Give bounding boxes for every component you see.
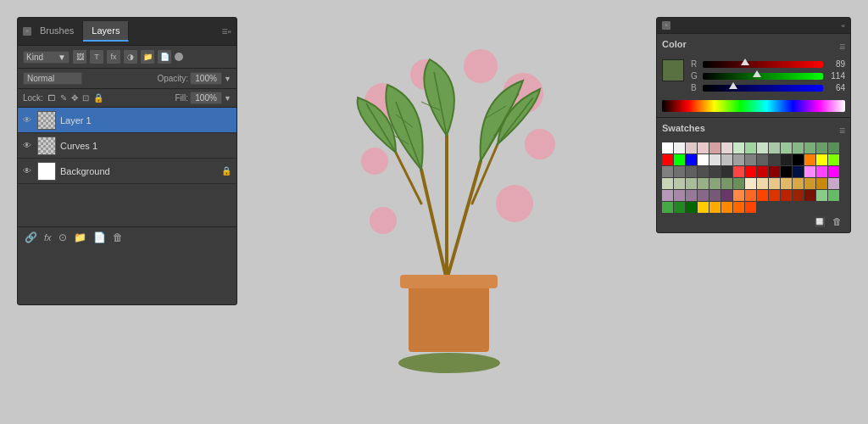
- swatch[interactable]: [721, 202, 732, 213]
- opacity-value[interactable]: 100%: [190, 72, 222, 85]
- swatch[interactable]: [804, 190, 815, 201]
- swatch[interactable]: [757, 142, 768, 153]
- swatch[interactable]: [698, 154, 709, 165]
- lock-transparency-icon[interactable]: ⧠: [47, 93, 56, 103]
- swatch[interactable]: [674, 178, 685, 189]
- swatch[interactable]: [686, 178, 697, 189]
- swatch[interactable]: [674, 190, 685, 201]
- swatch[interactable]: [769, 166, 780, 177]
- swatch[interactable]: [781, 154, 792, 165]
- swatch[interactable]: [662, 142, 673, 153]
- swatch[interactable]: [686, 166, 697, 177]
- swatch[interactable]: [804, 178, 815, 189]
- swatch[interactable]: [757, 190, 768, 201]
- kind-dropdown[interactable]: Kind ▼: [23, 51, 70, 64]
- swatch[interactable]: [745, 178, 756, 189]
- swatch[interactable]: [674, 166, 685, 177]
- blue-value[interactable]: 64: [826, 83, 845, 92]
- swatch[interactable]: [816, 166, 827, 177]
- swatch[interactable]: [709, 178, 721, 189]
- swatch[interactable]: [793, 142, 804, 153]
- swatch[interactable]: [662, 190, 673, 201]
- filter-circle-icon[interactable]: [175, 53, 183, 61]
- layer-item[interactable]: 👁 Layer 1: [18, 108, 236, 133]
- swatch[interactable]: [828, 190, 839, 201]
- tab-brushes[interactable]: Brushes: [31, 21, 83, 42]
- blue-slider[interactable]: [703, 85, 823, 92]
- swatch[interactable]: [781, 190, 792, 201]
- swatch[interactable]: [769, 154, 780, 165]
- lock-all-icon[interactable]: 🔒: [93, 93, 103, 103]
- swatch[interactable]: [816, 154, 827, 165]
- swatch[interactable]: [733, 154, 744, 165]
- swatch[interactable]: [745, 202, 756, 213]
- close-button[interactable]: ×: [23, 27, 31, 36]
- swatch[interactable]: [721, 190, 732, 201]
- active-color-swatch[interactable]: [662, 59, 684, 81]
- swatch[interactable]: [733, 190, 744, 201]
- swatch[interactable]: [686, 142, 697, 153]
- swatch[interactable]: [733, 142, 744, 153]
- green-slider[interactable]: [703, 73, 823, 80]
- swatch[interactable]: [733, 178, 744, 189]
- filter-folder-icon[interactable]: 📁: [141, 50, 154, 64]
- swatch[interactable]: [757, 178, 768, 189]
- color-menu-icon[interactable]: ≡: [839, 41, 845, 53]
- lock-move-icon[interactable]: ✥: [71, 93, 78, 103]
- swatch[interactable]: [709, 142, 721, 153]
- swatch[interactable]: [662, 154, 673, 165]
- swatch[interactable]: [721, 166, 732, 177]
- swatch[interactable]: [804, 166, 815, 177]
- swatch[interactable]: [709, 166, 721, 177]
- blend-mode-dropdown[interactable]: Normal: [23, 72, 82, 85]
- swatch[interactable]: [769, 178, 780, 189]
- new-swatch-button[interactable]: 🔲: [814, 216, 826, 227]
- layer-item[interactable]: 👁 Curves 1: [18, 133, 236, 159]
- layer-item[interactable]: 👁 Background 🔒: [18, 159, 236, 184]
- swatches-menu-icon[interactable]: ≡: [839, 125, 845, 137]
- layers-menu-icon[interactable]: ≡: [222, 25, 228, 37]
- swatch[interactable]: [733, 166, 744, 177]
- fill-value[interactable]: 100%: [190, 92, 222, 104]
- lock-paint-icon[interactable]: ✎: [60, 93, 67, 103]
- lock-artboard-icon[interactable]: ⊡: [82, 93, 89, 103]
- swatch[interactable]: [709, 202, 721, 213]
- tab-layers[interactable]: Layers: [83, 21, 129, 42]
- swatch[interactable]: [698, 178, 709, 189]
- red-value[interactable]: 89: [826, 59, 845, 69]
- delete-layer-icon[interactable]: 🗑: [113, 232, 123, 243]
- fx-icon[interactable]: fx: [44, 232, 52, 243]
- swatch[interactable]: [745, 190, 756, 201]
- filter-fx-icon[interactable]: fx: [107, 50, 120, 64]
- eye-icon[interactable]: 👁: [23, 115, 33, 125]
- swatch[interactable]: [757, 154, 768, 165]
- swatch[interactable]: [781, 142, 792, 153]
- add-mask-icon[interactable]: ⊙: [58, 232, 67, 243]
- new-layer-icon[interactable]: 📄: [93, 232, 106, 243]
- new-group-icon[interactable]: 📁: [74, 232, 86, 243]
- filter-image-icon[interactable]: 🖼: [73, 50, 86, 64]
- swatch[interactable]: [745, 166, 756, 177]
- swatch[interactable]: [745, 142, 756, 153]
- swatch[interactable]: [828, 142, 839, 153]
- swatch[interactable]: [709, 154, 721, 165]
- swatch[interactable]: [662, 178, 673, 189]
- eye-icon[interactable]: 👁: [23, 141, 33, 150]
- collapse-button[interactable]: «: [228, 28, 231, 36]
- swatch[interactable]: [698, 166, 709, 177]
- green-value[interactable]: 114: [826, 71, 845, 81]
- swatch[interactable]: [781, 178, 792, 189]
- swatch[interactable]: [745, 154, 756, 165]
- swatch[interactable]: [698, 142, 709, 153]
- swatch[interactable]: [793, 154, 804, 165]
- swatch[interactable]: [698, 202, 709, 213]
- swatch[interactable]: [686, 154, 697, 165]
- swatch[interactable]: [721, 154, 732, 165]
- eye-icon[interactable]: 👁: [23, 166, 33, 176]
- swatch[interactable]: [757, 166, 768, 177]
- swatch[interactable]: [804, 142, 815, 153]
- swatch[interactable]: [816, 178, 827, 189]
- filter-text-icon[interactable]: T: [90, 50, 103, 64]
- swatch[interactable]: [781, 166, 792, 177]
- filter-mask-icon[interactable]: ◑: [124, 50, 137, 64]
